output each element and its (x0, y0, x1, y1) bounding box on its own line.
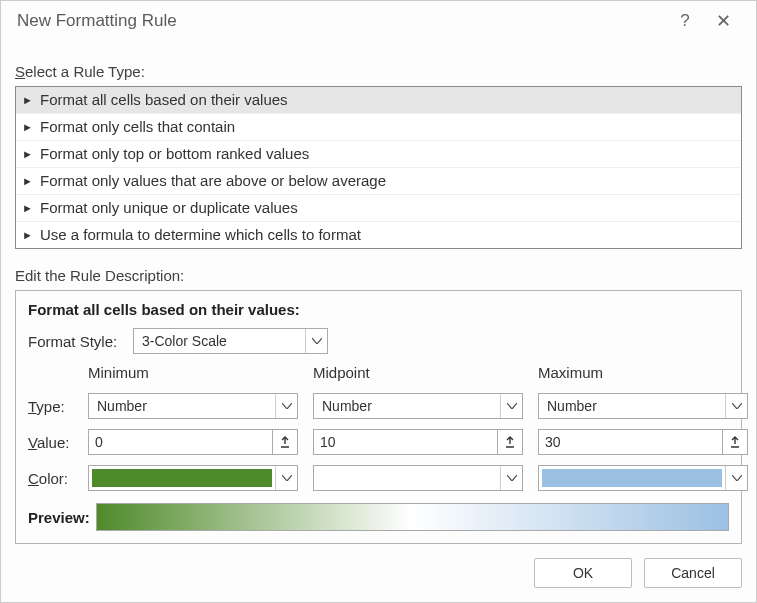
rule-type-item[interactable]: ► Format all cells based on their values (16, 87, 741, 114)
minimum-color-combo[interactable] (88, 465, 298, 491)
rule-type-item[interactable]: ► Format only unique or duplicate values (16, 195, 741, 222)
rule-type-item[interactable]: ► Format only values that are above or b… (16, 168, 741, 195)
chevron-down-icon (305, 329, 327, 353)
color-swatch (542, 469, 722, 487)
chevron-down-icon (275, 394, 297, 418)
maximum-type-combo[interactable]: Number (538, 393, 748, 419)
close-button[interactable]: ✕ (704, 10, 742, 32)
rule-type-item-label: Format only top or bottom ranked values (40, 145, 309, 162)
pointer-icon: ► (22, 121, 40, 133)
midpoint-type-combo[interactable]: Number (313, 393, 523, 419)
chevron-down-icon (500, 394, 522, 418)
color-row-label: Color: (28, 470, 88, 487)
minimum-value-range-picker[interactable] (272, 429, 298, 455)
chevron-down-icon (725, 466, 747, 490)
preview-gradient (96, 503, 729, 531)
combo-value: Number (547, 398, 597, 414)
chevron-down-icon (275, 466, 297, 490)
rule-type-item-label: Format only values that are above or bel… (40, 172, 386, 189)
help-button[interactable]: ? (666, 11, 704, 31)
rule-description-section-label: Edit the Rule Description: (15, 267, 742, 284)
window-title: New Formatting Rule (17, 11, 666, 31)
pointer-icon: ► (22, 175, 40, 187)
rule-type-section-label: Select a Rule Type: (15, 63, 742, 80)
range-picker-icon (729, 436, 741, 448)
type-row-label: Type: (28, 398, 88, 415)
chevron-down-icon (500, 466, 522, 490)
format-style-value: 3-Color Scale (142, 333, 227, 349)
color-swatch (317, 469, 497, 487)
preview-label: Preview: (28, 509, 90, 526)
ok-button[interactable]: OK (534, 558, 632, 588)
minimum-value-input[interactable]: 0 (88, 429, 272, 455)
format-style-label: Format Style: (28, 333, 133, 350)
midpoint-color-combo[interactable] (313, 465, 523, 491)
rule-type-item[interactable]: ► Use a formula to determine which cells… (16, 222, 741, 248)
combo-value: Number (322, 398, 372, 414)
minimum-type-combo[interactable]: Number (88, 393, 298, 419)
column-header-maximum: Maximum (538, 364, 757, 383)
rule-type-item-label: Format only cells that contain (40, 118, 235, 135)
rule-type-item[interactable]: ► Format only cells that contain (16, 114, 741, 141)
pointer-icon: ► (22, 202, 40, 214)
value-row-label: Value: (28, 434, 88, 451)
rule-type-list: ► Format all cells based on their values… (15, 86, 742, 249)
rule-type-item-label: Format all cells based on their values (40, 91, 288, 108)
format-style-combo[interactable]: 3-Color Scale (133, 328, 328, 354)
chevron-down-icon (725, 394, 747, 418)
column-header-minimum: Minimum (88, 364, 313, 383)
rule-type-item-label: Format only unique or duplicate values (40, 199, 298, 216)
rule-description-title: Format all cells based on their values: (28, 301, 729, 318)
maximum-value-range-picker[interactable] (722, 429, 748, 455)
combo-value: Number (97, 398, 147, 414)
color-swatch (92, 469, 272, 487)
midpoint-value-range-picker[interactable] (497, 429, 523, 455)
maximum-color-combo[interactable] (538, 465, 748, 491)
range-picker-icon (504, 436, 516, 448)
cancel-button[interactable]: Cancel (644, 558, 742, 588)
range-picker-icon (279, 436, 291, 448)
maximum-value-input[interactable]: 30 (538, 429, 722, 455)
column-header-midpoint: Midpoint (313, 364, 538, 383)
pointer-icon: ► (22, 148, 40, 160)
midpoint-value-input[interactable]: 10 (313, 429, 497, 455)
rule-type-item-label: Use a formula to determine which cells t… (40, 226, 361, 243)
rule-description-box: Format all cells based on their values: … (15, 290, 742, 544)
pointer-icon: ► (22, 229, 40, 241)
title-bar: New Formatting Rule ? ✕ (1, 1, 756, 41)
pointer-icon: ► (22, 94, 40, 106)
rule-type-item[interactable]: ► Format only top or bottom ranked value… (16, 141, 741, 168)
